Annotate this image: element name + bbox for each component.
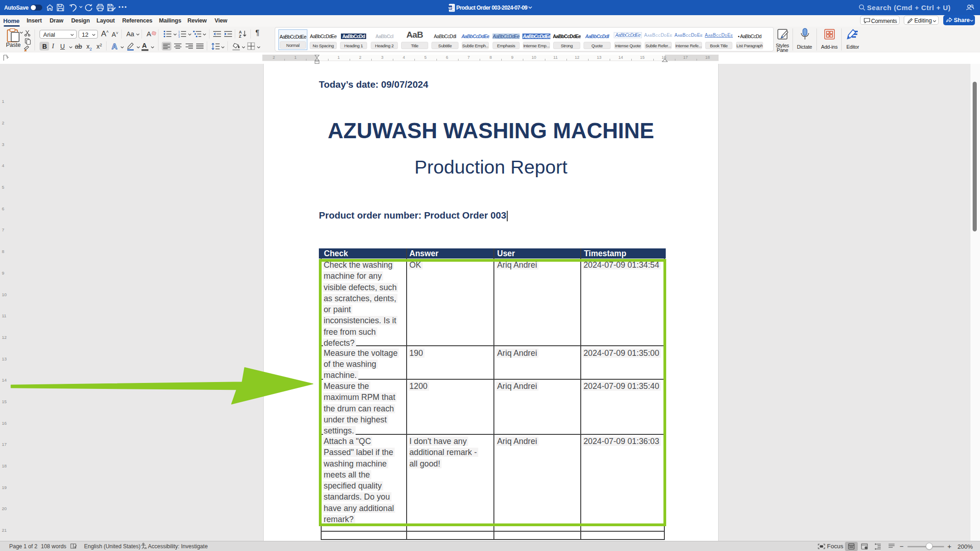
svg-text:3: 3 xyxy=(178,35,180,38)
svg-text:W: W xyxy=(448,6,452,10)
svg-text:A: A xyxy=(112,42,117,51)
svg-text:Z: Z xyxy=(239,34,241,38)
